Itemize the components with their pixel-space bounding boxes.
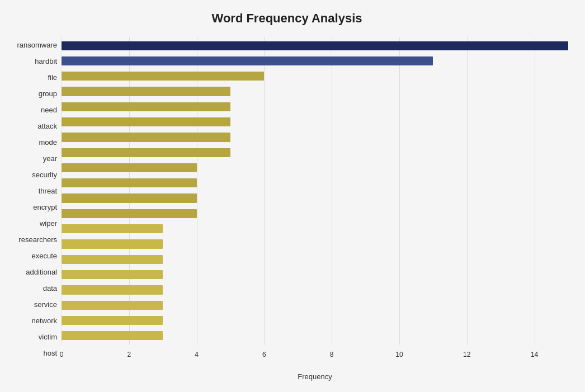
x-axis-labels: 02468101214 <box>62 344 568 361</box>
bar <box>62 87 230 96</box>
y-label: additional <box>26 268 57 276</box>
bar-row <box>62 84 568 99</box>
bar-row <box>62 328 568 343</box>
x-tick-label: 14 <box>531 351 538 358</box>
y-label: hardbit <box>35 58 57 65</box>
y-label: need <box>41 106 57 114</box>
bar <box>62 239 163 248</box>
y-label: file <box>48 74 57 81</box>
y-label: encrypt <box>33 204 57 211</box>
bar-row <box>62 267 568 282</box>
y-label: network <box>31 317 57 324</box>
y-label: service <box>34 301 57 308</box>
bar-row <box>62 99 568 114</box>
x-tick-label: 2 <box>127 351 131 358</box>
bar-row <box>62 114 568 129</box>
bar-row <box>62 237 568 252</box>
bar <box>62 133 230 141</box>
x-tick-label: 0 <box>60 351 64 358</box>
y-label: group <box>39 90 57 97</box>
bar-row <box>62 191 568 206</box>
y-label: execute <box>31 252 57 259</box>
bar-row <box>62 313 568 328</box>
bar <box>62 148 230 157</box>
bar <box>62 102 230 111</box>
bar-row <box>62 297 568 313</box>
x-tick-label: 6 <box>262 351 266 358</box>
x-axis-title: Frequency <box>298 372 332 381</box>
bar-row <box>62 176 568 191</box>
bar-row <box>62 282 568 297</box>
bar <box>62 193 197 202</box>
bar <box>62 301 163 310</box>
y-label: attack <box>37 122 57 130</box>
y-label: wiper <box>40 220 57 227</box>
bar-row <box>62 53 568 68</box>
chart-title: Word Frequency Analysis <box>6 11 568 26</box>
bar-row <box>62 69 568 84</box>
x-tick-label: 4 <box>195 351 199 358</box>
bar-row <box>62 252 568 267</box>
y-label: ransomware <box>17 41 57 49</box>
x-tick-label: 10 <box>395 351 403 358</box>
bar-row <box>62 130 568 145</box>
bar <box>62 163 197 172</box>
y-label: host <box>43 350 57 357</box>
bar <box>62 117 230 126</box>
bar <box>62 255 163 264</box>
bar-row <box>62 221 568 237</box>
y-label: data <box>43 285 57 292</box>
x-tick-label: 8 <box>330 351 334 358</box>
y-label: year <box>43 155 57 162</box>
x-tick-label: 12 <box>463 351 470 358</box>
bar-row <box>62 38 568 53</box>
bar-row <box>62 206 568 221</box>
bar <box>62 56 433 65</box>
bar-row <box>62 160 568 175</box>
bar <box>62 41 568 50</box>
y-label: security <box>32 171 57 178</box>
y-label: victim <box>39 333 57 341</box>
chart-area: ransomwarehardbitfilegroupneedattackmode… <box>6 37 568 361</box>
bar <box>62 270 163 279</box>
y-label: researchers <box>18 236 57 243</box>
bar <box>62 285 163 294</box>
chart-container: Word Frequency Analysis ransomwarehardbi… <box>0 0 585 392</box>
bar <box>62 209 197 218</box>
y-label: threat <box>39 187 57 195</box>
bar <box>62 72 264 81</box>
y-axis-labels: ransomwarehardbitfilegroupneedattackmode… <box>6 37 62 361</box>
bar <box>62 316 163 325</box>
bar <box>62 178 197 187</box>
bar <box>62 224 163 233</box>
bar-row <box>62 145 568 160</box>
bar <box>62 331 163 340</box>
y-label: mode <box>39 139 57 146</box>
bars-wrapper <box>62 37 568 344</box>
bars-and-grid: 02468101214 Frequency <box>62 37 568 361</box>
